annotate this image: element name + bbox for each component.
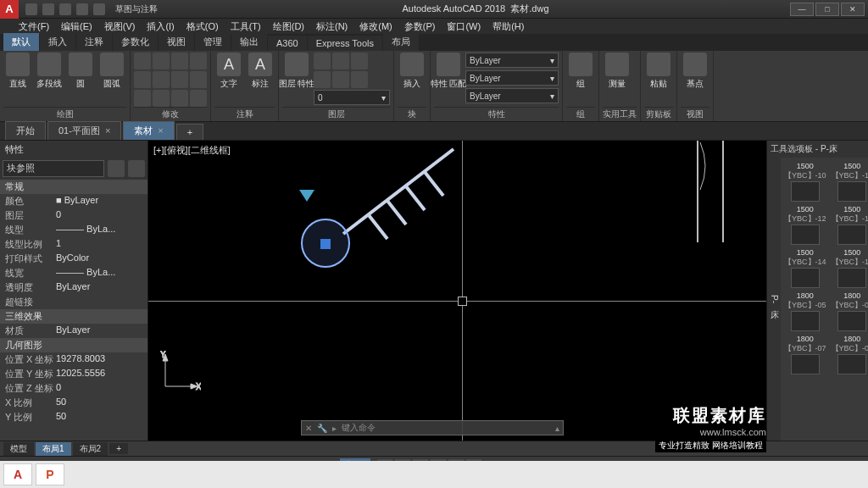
layout-tab[interactable]: 布局1 [36, 442, 71, 456]
menu-item[interactable]: 编辑(E) [61, 20, 92, 33]
layer-off[interactable] [314, 53, 331, 69]
props-row[interactable]: 颜色■ ByLayer [0, 194, 147, 208]
menu-item[interactable]: 格式(O) [186, 20, 219, 33]
draw-tool[interactable]: 圆弧 [97, 53, 126, 90]
props-row[interactable]: 打印样式ByColor [0, 252, 147, 266]
offset-tool[interactable] [171, 90, 188, 107]
palette-item[interactable]: 1800【YBC】-07 [784, 334, 826, 374]
palette-item[interactable]: 1800【YBC】-08 [832, 334, 868, 374]
command-input[interactable]: 键入命令 [342, 422, 550, 434]
basepoint-button[interactable]: 基点 [681, 53, 709, 90]
draw-tool[interactable]: 多段线 [35, 53, 64, 90]
draw-tool[interactable]: 圆 [66, 53, 95, 90]
layer-lock[interactable] [351, 53, 368, 69]
palette-item[interactable]: 1800【YBC】-06 [832, 291, 868, 331]
qat-new[interactable] [25, 3, 37, 15]
mirror-tool[interactable] [153, 71, 170, 88]
doc-tab[interactable]: 01-平面图× [47, 121, 121, 140]
command-line[interactable]: ✕ 🔧 ▸ 键入命令 ▴ [301, 420, 564, 435]
selection-type-combo[interactable]: 块参照 [3, 160, 104, 177]
props-row[interactable]: 线型——— ByLa... [0, 223, 147, 237]
layout-tab[interactable]: 模型 [3, 442, 34, 456]
paste-button[interactable]: 粘贴 [644, 53, 673, 90]
group-button[interactable]: 组 [566, 53, 595, 90]
fillet-tool[interactable] [171, 71, 188, 88]
palette-tab[interactable]: P-床 [767, 158, 781, 441]
linetype-combo[interactable]: ByLayer▾ [465, 88, 559, 103]
taskbar-powerpoint[interactable]: P [36, 463, 64, 485]
current-layer-combo[interactable]: 0▾ [314, 90, 390, 105]
minimize-button[interactable]: — [790, 3, 814, 16]
props-row[interactable]: 透明度ByLayer [0, 280, 147, 295]
ribbon-tab[interactable]: Express Tools [308, 36, 382, 51]
measure-button[interactable]: 测量 [603, 53, 632, 90]
draw-tool[interactable]: 直线 [3, 53, 32, 90]
ribbon-tab[interactable]: 布局 [383, 33, 419, 51]
menu-item[interactable]: 工具(T) [231, 20, 261, 33]
menu-item[interactable]: 窗口(W) [447, 20, 481, 33]
taskbar-autocad[interactable]: A [3, 463, 32, 485]
close-button[interactable]: ✕ [841, 3, 865, 16]
move-tool[interactable] [134, 53, 151, 69]
menu-item[interactable]: 修改(M) [359, 20, 392, 33]
rotate-tool[interactable] [153, 53, 170, 69]
stretch-tool[interactable] [134, 90, 151, 107]
palette-item[interactable]: 1500【YBC】-13 [832, 204, 868, 245]
props-row[interactable]: Y 比例50 [0, 410, 147, 424]
props-row[interactable]: 线宽——— ByLa... [0, 266, 147, 280]
copy-tool[interactable] [134, 71, 151, 88]
lineweight-combo[interactable]: ByLayer▾ [465, 70, 559, 86]
annot-tool[interactable]: A标注 [246, 53, 275, 90]
ribbon-tab[interactable]: 插入 [40, 33, 75, 51]
props-row[interactable]: 位置 X 坐标19278.8003 [0, 352, 147, 367]
props-row[interactable]: 位置 Y 坐标12025.5556 [0, 367, 147, 381]
layer-thaw[interactable] [332, 71, 349, 88]
menu-item[interactable]: 文件(F) [19, 20, 49, 33]
add-layout[interactable]: + [109, 443, 128, 454]
layer-props-button[interactable]: 图层 特性 [282, 53, 311, 90]
layer-unlock[interactable] [351, 71, 368, 88]
menu-item[interactable]: 帮助(H) [492, 20, 524, 33]
props-row[interactable]: 图层0 [0, 208, 147, 223]
trim-tool[interactable] [171, 53, 188, 69]
palette-item[interactable]: 1500【YBC】-14 [784, 247, 826, 288]
maximize-button[interactable]: □ [815, 3, 839, 16]
layer-on[interactable] [314, 71, 331, 88]
palette-item[interactable]: 1500【YBC】-12 [784, 204, 826, 245]
qat-undo[interactable] [76, 3, 88, 15]
erase-tool[interactable] [190, 90, 207, 107]
props-section[interactable]: 几何图形 [0, 338, 147, 352]
palette-item[interactable]: 1500【YBC】-15 [832, 247, 868, 288]
annot-tool[interactable]: A文字 [214, 53, 243, 90]
doc-tab[interactable]: 素材× [123, 121, 174, 140]
layout-tab[interactable]: 布局2 [73, 442, 108, 456]
ucs-icon[interactable]: XY [159, 351, 201, 393]
qat-redo[interactable] [93, 3, 105, 15]
menu-item[interactable]: 视图(V) [104, 20, 136, 33]
menu-item[interactable]: 参数(P) [404, 20, 436, 33]
drawing-canvas[interactable]: [+][俯视][二维线框] XY ✕ [148, 141, 766, 441]
props-section[interactable]: 常规 [0, 180, 147, 194]
ribbon-tab[interactable]: 注释 [76, 33, 112, 51]
palette-item[interactable]: 1500【YBC】-10 [784, 161, 826, 202]
insert-block-button[interactable]: 插入 [398, 53, 426, 90]
ribbon-tab[interactable]: 参数化 [113, 33, 158, 51]
menu-item[interactable]: 标注(N) [316, 20, 348, 33]
props-row[interactable]: X 比例50 [0, 396, 147, 410]
layer-freeze[interactable] [332, 53, 349, 69]
props-row[interactable]: 材质ByLayer [0, 324, 147, 338]
grip-handle[interactable] [320, 239, 331, 249]
menu-item[interactable]: 插入(I) [147, 20, 174, 33]
ribbon-tab[interactable]: 视图 [159, 33, 194, 51]
ribbon-tab[interactable]: 默认 [3, 33, 39, 51]
qat-save[interactable] [59, 3, 71, 15]
qat-open[interactable] [42, 3, 54, 15]
app-icon[interactable]: A [0, 0, 19, 19]
quick-select-button[interactable] [108, 160, 125, 177]
select-objects-button[interactable] [128, 160, 145, 177]
props-row[interactable]: 线型比例1 [0, 237, 147, 252]
array-tool[interactable] [190, 71, 207, 88]
match-props-button[interactable]: 特性 匹配 [434, 53, 463, 90]
ribbon-tab[interactable]: 输出 [231, 33, 267, 51]
props-row[interactable]: 位置 Z 坐标0 [0, 381, 147, 396]
